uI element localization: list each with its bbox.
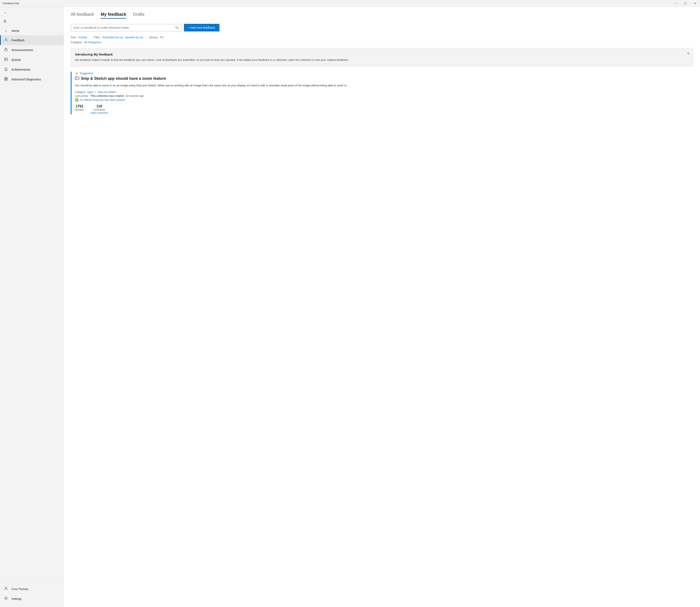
feedback-category: Category Apps > Snip and Sketch xyxy=(75,90,693,93)
search-input[interactable] xyxy=(74,26,175,29)
app-window: Feedback Hub — ☐ ✕ ← ☰ ⌂ Home xyxy=(0,0,700,607)
filters-row: Sort: Activity Filter: Submitted by me, … xyxy=(71,36,693,39)
tabs: All feedback My feedback Drafts xyxy=(71,12,693,19)
info-banner-title: Introducing My feedback xyxy=(75,53,689,56)
add-comment-link[interactable]: Add comment xyxy=(91,111,108,114)
sidebar-item-label-advanced-diagnostics: Advanced Diagnostics xyxy=(12,78,41,81)
titlebar: Feedback Hub — ☐ ✕ xyxy=(0,0,700,7)
window-controls: — ☐ ✕ xyxy=(671,0,700,7)
official-response[interactable]: ✅ An official response has been posted xyxy=(75,98,693,102)
sort-value[interactable]: Activity xyxy=(78,36,87,39)
feedback-stats: 1752 upvotes 110 comments Add comment xyxy=(75,104,693,114)
info-banner-close-button[interactable]: ✕ xyxy=(686,51,691,56)
category-row: Category: All Categories xyxy=(71,41,693,44)
info-banner-text: My feedback makes it easier to find the … xyxy=(75,58,689,62)
sidebar: ← ☰ ⌂ Home Fe xyxy=(0,7,64,607)
tab-drafts[interactable]: Drafts xyxy=(133,12,144,19)
sidebar-item-label-announcements: Announcements xyxy=(12,48,33,52)
feedback-title-text: Snip & Sketch app should have a zoom fea… xyxy=(81,76,166,81)
app-title: Feedback Hub xyxy=(3,2,19,5)
close-button[interactable]: ✕ xyxy=(690,0,700,7)
info-banner: Introducing My feedback My feedback make… xyxy=(71,48,693,67)
settings-icon xyxy=(3,596,8,601)
user-icon xyxy=(3,587,8,591)
device-value[interactable]: PC xyxy=(160,36,164,39)
category-snip-sketch-link[interactable]: Snip and Sketch xyxy=(98,90,116,93)
feedback-icon xyxy=(3,38,8,43)
svg-rect-3 xyxy=(4,78,6,79)
activity-time: 52 seconds ago xyxy=(126,95,144,98)
main-content: All feedback My feedback Drafts 🔍 + Add … xyxy=(64,7,700,607)
comments-block: 110 comments Add comment xyxy=(91,104,108,114)
nav-items: ⌂ Home Feedback xyxy=(0,26,64,582)
comments-count: 110 xyxy=(97,104,102,108)
sidebar-item-user[interactable]: Cora Thomas xyxy=(0,584,64,594)
upvotes-block: 1752 upvotes xyxy=(75,104,84,111)
sidebar-item-advanced-diagnostics[interactable]: Advanced Diagnostics xyxy=(0,75,64,84)
svg-point-2 xyxy=(5,68,7,70)
sidebar-item-feedback[interactable]: Feedback xyxy=(0,35,64,45)
search-row: 🔍 + Add new feedback xyxy=(71,24,693,32)
sidebar-item-announcements[interactable]: Announcements xyxy=(0,45,64,55)
feedback-title: Snip & Sketch app should have a zoom fea… xyxy=(75,76,693,81)
feedback-activity: Last activity This collection was create… xyxy=(75,95,693,98)
sidebar-item-label-quests: Quests xyxy=(12,58,21,61)
feedback-title-icon xyxy=(75,76,79,81)
sidebar-footer: Cora Thomas Settings xyxy=(0,582,64,605)
upvotes-count: 1752 xyxy=(76,104,83,108)
response-text: An official response has been posted xyxy=(80,98,125,102)
response-check-icon: ✅ xyxy=(75,98,78,102)
svg-point-7 xyxy=(5,587,7,589)
activity-value: This collection was created xyxy=(91,95,124,98)
back-icon: ← xyxy=(3,11,7,15)
suggestion-label: Suggestion xyxy=(80,72,94,75)
user-label: Cora Thomas xyxy=(12,587,28,591)
sidebar-item-label-feedback: Feedback xyxy=(12,39,24,42)
maximize-button[interactable]: ☐ xyxy=(680,0,690,7)
svg-rect-4 xyxy=(6,78,7,79)
add-new-feedback-button[interactable]: + Add new feedback xyxy=(184,24,220,32)
minimize-button[interactable]: — xyxy=(671,0,680,7)
settings-label: Settings xyxy=(12,597,21,601)
home-icon: ⌂ xyxy=(3,29,8,33)
svg-rect-6 xyxy=(6,79,7,80)
sort-label: Sort: xyxy=(71,36,76,39)
sidebar-top: ← ☰ xyxy=(0,7,64,26)
sidebar-item-settings[interactable]: Settings xyxy=(0,594,64,604)
feedback-desc: You should be able to zoom in on an imag… xyxy=(75,83,693,88)
filter-label: Filter: xyxy=(94,36,101,39)
category-label: Category: xyxy=(71,41,83,44)
search-box: 🔍 xyxy=(71,24,181,31)
announcements-icon xyxy=(3,48,8,52)
divider: | xyxy=(146,36,146,39)
advanced-diagnostics-icon xyxy=(3,77,8,82)
device-label: Device: xyxy=(149,36,158,39)
comments-label: comments xyxy=(93,108,105,111)
achievements-icon xyxy=(3,67,8,72)
sidebar-item-label-achievements: Achievements xyxy=(12,68,30,71)
upvotes-label: upvotes xyxy=(75,108,84,111)
hamburger-icon: ☰ xyxy=(3,19,6,23)
svg-point-0 xyxy=(5,38,7,40)
suggestion-icon: 💡 xyxy=(75,72,78,75)
feedback-type: 💡 Suggestion xyxy=(75,72,693,75)
quests-icon xyxy=(3,58,8,62)
sidebar-item-home[interactable]: ⌂ Home xyxy=(0,26,64,35)
tab-my-feedback[interactable]: My feedback xyxy=(101,12,126,19)
sidebar-item-label-home: Home xyxy=(12,29,19,33)
svg-point-8 xyxy=(5,598,6,599)
category-apps-link[interactable]: Apps xyxy=(87,90,93,93)
svg-rect-1 xyxy=(4,58,7,61)
tab-all-feedback[interactable]: All feedback xyxy=(71,12,94,19)
search-icon: 🔍 xyxy=(175,26,179,29)
feedback-item: 💡 Suggestion Snip & Sketch app should ha… xyxy=(71,72,693,114)
sidebar-item-quests[interactable]: Quests xyxy=(0,55,64,65)
svg-rect-5 xyxy=(4,79,6,80)
filter-value[interactable]: Submitted by me, Upvoted by me xyxy=(102,36,143,39)
app-body: ← ☰ ⌂ Home Fe xyxy=(0,7,700,607)
back-button[interactable]: ← xyxy=(0,8,11,17)
category-value[interactable]: All Categories xyxy=(84,41,101,44)
sidebar-item-achievements[interactable]: Achievements xyxy=(0,65,64,75)
hamburger-button[interactable]: ☰ xyxy=(0,17,64,25)
